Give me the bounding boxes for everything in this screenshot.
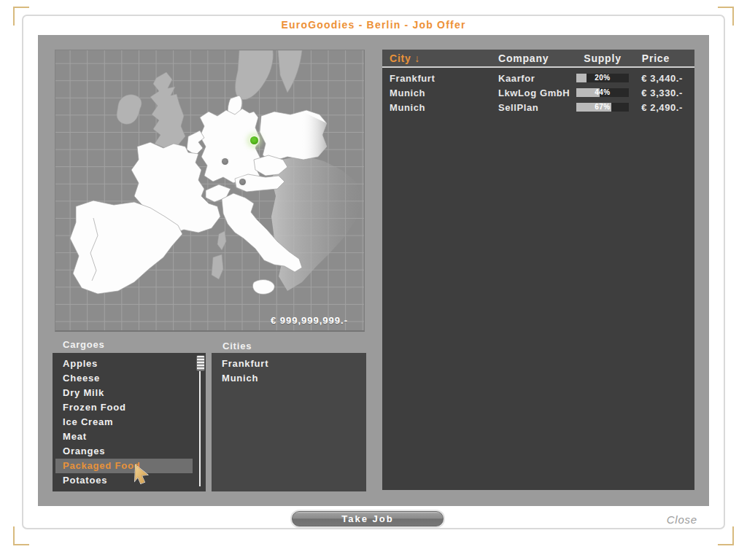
offer-city: Munich [390,88,498,98]
supply-bar: 67% [576,103,629,112]
offer-company: Kaarfor [498,73,576,84]
cargo-item[interactable]: Meat [55,429,193,444]
europe-map-graphic [55,50,365,332]
supply-percent: 20% [576,74,629,82]
offer-city: Munich [390,102,498,113]
supply-percent: 67% [576,103,629,112]
supply-percent: 44% [576,88,629,97]
offer-company: LkwLog GmbH [498,88,576,98]
main-panel: € 999,999,999.- City ↓ Company Supply Pr… [38,35,709,506]
cargo-item-selected[interactable]: Packaged Food [55,459,193,473]
cities-label: Cities [222,341,252,351]
cargo-item[interactable]: Oranges [55,444,193,459]
supply-bar: 44% [576,88,629,97]
job-offer-window: EuroGoodies - Berlin - Job Offer [0,0,747,560]
offer-row[interactable]: Frankfurt Kaarfor 20% € 3,440.- [382,71,694,85]
map-marker-berlin[interactable] [250,136,258,144]
column-header-company[interactable]: Company [498,52,576,64]
cargo-item[interactable]: Cheese [55,371,193,386]
cargo-item[interactable]: Frozen Food [55,400,193,415]
cargo-item[interactable]: Apples [55,357,193,371]
cargo-item[interactable]: Potatoes [55,473,193,488]
offers-table-header: City ↓ Company Supply Price [382,50,694,68]
offer-row[interactable]: Munich LkwLog GmbH 44% € 3,330.- [382,85,694,100]
close-button[interactable]: Close [667,513,697,526]
mouse-cursor-icon [133,464,151,484]
city-list: Frankfurt Munich [212,353,366,491]
offers-table-body: Frankfurt Kaarfor 20% € 3,440.- Munich L… [382,68,694,114]
offer-price: € 3,440.- [629,73,683,84]
money-display: € 999,999,999.- [271,315,348,326]
offers-table: City ↓ Company Supply Price Frankfurt Ka… [382,50,694,490]
map-marker-frankfurt[interactable] [222,158,228,165]
offer-company: SellPlan [498,102,576,113]
supply-bar: 20% [576,74,629,82]
page-title: EuroGoodies - Berlin - Job Offer [0,19,747,31]
cargo-list: Apples Cheese Dry Milk Frozen Food Ice C… [53,353,206,491]
europe-map: € 999,999,999.- [55,50,365,332]
offer-price: € 2,490.- [629,102,683,113]
cargo-item[interactable]: Ice Cream [55,415,193,429]
map-marker-munich[interactable] [239,179,246,185]
cargo-item[interactable]: Dry Milk [55,386,193,400]
column-header-price[interactable]: Price [629,52,683,64]
column-header-supply[interactable]: Supply [576,52,629,64]
take-job-button[interactable]: Take Job [292,511,444,526]
city-item[interactable]: Frankfurt [214,357,353,371]
cargoes-label: Cargoes [63,339,105,350]
scrollbar-thumb[interactable] [196,355,205,371]
offer-row[interactable]: Munich SellPlan 67% € 2,490.- [382,100,694,114]
city-item[interactable]: Munich [214,371,353,386]
offer-price: € 3,330.- [629,88,683,98]
column-header-city[interactable]: City ↓ [390,52,498,64]
offer-city: Frankfurt [390,73,498,84]
scrollbar-track[interactable] [199,358,201,486]
